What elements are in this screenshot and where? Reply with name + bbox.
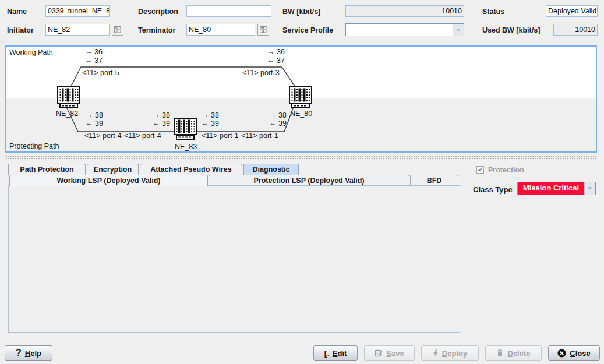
- description-input[interactable]: [186, 5, 271, 17]
- save-button: Save: [364, 345, 415, 361]
- protecting-rev-label: ← 39: [86, 119, 103, 128]
- working-right-port-label: <11> port-3: [242, 69, 280, 77]
- edit-button[interactable]: [... Edit: [313, 345, 358, 361]
- class-type-value: Mission Critical: [518, 182, 584, 195]
- delete-rest: elete: [513, 349, 531, 358]
- tab-working-lsp[interactable]: Working LSP (Deployed Valid): [9, 175, 208, 186]
- edit-rest: dit: [337, 349, 347, 358]
- working-left-rev-label: ← 37: [85, 56, 103, 65]
- terminator-label: Terminator: [138, 26, 175, 34]
- protecting-left-port-label: <11> port-4: [84, 132, 122, 140]
- network-element-icon[interactable]: [58, 87, 80, 108]
- help-button[interactable]: ? Help: [5, 345, 52, 361]
- status-input: Deployed Valid: [546, 5, 598, 17]
- protecting-fwd-label: → 38: [86, 111, 103, 119]
- network-element-icon[interactable]: [289, 87, 312, 108]
- deploy-button: Deploy: [421, 345, 479, 361]
- protecting-rev-label: ← 39: [202, 119, 219, 128]
- protecting-rev-label: ← 39: [269, 119, 287, 128]
- close-button[interactable]: Close: [548, 345, 600, 361]
- tab-diagnostic[interactable]: Diagnostic: [243, 164, 299, 175]
- delete-mnemonic: D: [507, 349, 513, 358]
- name-input[interactable]: 0339_tunnel_NE_82_N: [45, 5, 110, 17]
- protecting-left-port-label: <11> port-4: [124, 132, 161, 140]
- bw-input: 10010: [345, 5, 464, 17]
- protecting-path-label: Protecting Path: [9, 142, 59, 150]
- tab-encryption[interactable]: Encryption: [87, 164, 139, 175]
- working-right-fwd-label: → 36: [267, 48, 285, 56]
- delete-button: Delete: [485, 345, 542, 361]
- protecting-right-port-label: <11> port-1: [202, 132, 239, 140]
- deploy-rest: eploy: [447, 349, 467, 358]
- protection-checkbox[interactable]: ✓: [476, 166, 484, 174]
- service-profile-arrow[interactable]: [453, 24, 464, 36]
- protection-checkbox-label: Protection: [488, 166, 524, 174]
- close-mnemonic: C: [570, 349, 575, 358]
- deploy-mnemonic: D: [442, 349, 447, 358]
- node-label-ne83: NE_83: [175, 143, 197, 151]
- edit-icon: [...: [324, 349, 329, 358]
- grid-select-icon: [260, 26, 267, 33]
- protecting-rev-label: ← 39: [153, 119, 170, 128]
- bw-label: BW [kbit/s]: [282, 8, 320, 16]
- tab-bfd[interactable]: BFD: [410, 175, 458, 186]
- network-element-icon[interactable]: [174, 118, 196, 139]
- tunnel-properties-window: Name 0339_tunnel_NE_82_N Description BW …: [0, 0, 604, 364]
- initiator-input[interactable]: NE_82: [45, 24, 110, 36]
- class-type-label: Class Type: [473, 185, 513, 194]
- diagnostic-panel: [8, 185, 460, 333]
- help-rest: elp: [30, 349, 41, 358]
- tab-path-protection[interactable]: Path Protection: [8, 164, 86, 175]
- close-icon: [557, 349, 566, 358]
- working-left-port-label: <11> port-5: [82, 69, 119, 77]
- class-type-select[interactable]: Mission Critical: [517, 182, 596, 195]
- protecting-fwd-label: → 38: [269, 111, 287, 119]
- help-mnemonic: H: [25, 349, 30, 358]
- initiator-browse-button[interactable]: [112, 24, 123, 36]
- close-rest: lose: [575, 349, 591, 358]
- tab-attached-pseudo-wires[interactable]: Attached Pseudo Wires: [140, 164, 242, 175]
- service-profile-label: Service Profile: [282, 26, 333, 34]
- trash-icon: [496, 349, 504, 357]
- save-mnemonic: S: [386, 349, 391, 358]
- chevron-down-icon: [588, 187, 592, 190]
- chevron-down-icon: [456, 29, 461, 31]
- node-label-ne82: NE_82: [56, 109, 78, 118]
- node-label-ne80: NE_80: [290, 109, 312, 118]
- service-profile-value: [346, 24, 453, 36]
- tab-protection-lsp[interactable]: Protection LSP (Deployed Valid): [209, 175, 409, 186]
- name-label: Name: [7, 8, 27, 16]
- working-left-fwd-label: → 36: [85, 48, 103, 56]
- protecting-fwd-label: → 38: [202, 111, 219, 119]
- used-bw-label: Used BW [kbit/s]: [482, 26, 540, 34]
- working-path-label: Working Path: [9, 48, 53, 56]
- grid-select-icon: [114, 26, 121, 33]
- description-label: Description: [138, 8, 178, 16]
- question-icon: ?: [16, 348, 22, 358]
- protecting-right-port-label: <11> port-1: [241, 132, 278, 140]
- initiator-label: Initiator: [7, 26, 34, 34]
- terminator-browse-button[interactable]: [257, 24, 269, 36]
- status-label: Status: [482, 8, 504, 16]
- save-icon: [375, 349, 383, 357]
- service-profile-select[interactable]: [345, 23, 464, 36]
- used-bw-input: 10010: [553, 24, 598, 36]
- lightning-icon: [433, 349, 439, 358]
- terminator-input[interactable]: NE_80: [186, 24, 255, 36]
- save-rest: ave: [391, 349, 404, 358]
- splitter-handle[interactable]: [5, 155, 597, 159]
- class-type-arrow[interactable]: [584, 182, 595, 195]
- working-right-rev-label: ← 37: [267, 56, 285, 65]
- topology-diagram[interactable]: Working Path → 36 ← 37 <11> port-5 → 36 …: [6, 47, 596, 151]
- topology-panel: Working Path → 36 ← 37 <11> port-5 → 36 …: [5, 45, 597, 153]
- protecting-fwd-label: → 38: [153, 111, 170, 119]
